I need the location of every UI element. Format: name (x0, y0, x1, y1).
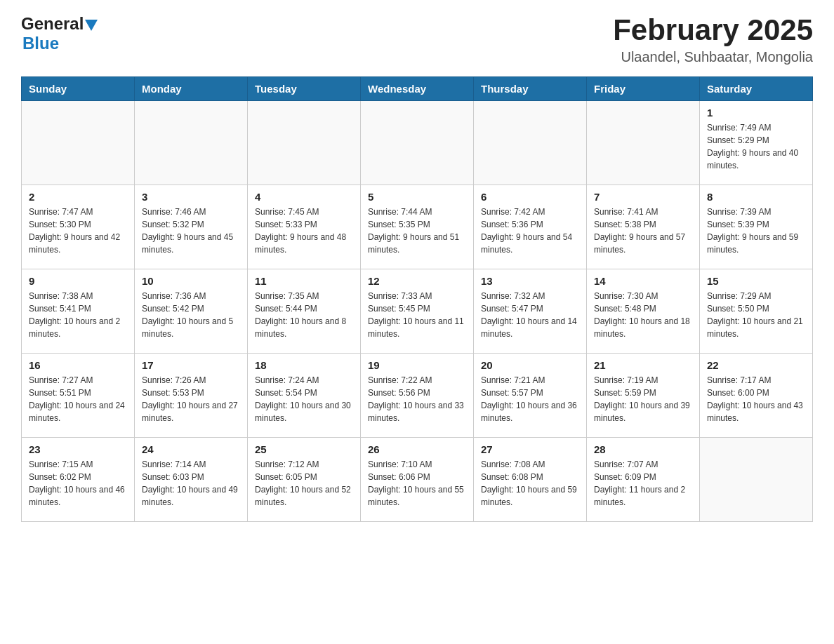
weekday-header-saturday: Saturday (700, 77, 813, 101)
day-number: 3 (142, 191, 240, 203)
day-info: Sunrise: 7:32 AM Sunset: 5:47 PM Dayligh… (481, 290, 579, 340)
day-info: Sunrise: 7:21 AM Sunset: 5:57 PM Dayligh… (481, 374, 579, 424)
title-block: February 2025 Ulaandel, Suhbaatar, Mongo… (613, 14, 813, 65)
day-info: Sunrise: 7:12 AM Sunset: 6:05 PM Dayligh… (255, 458, 353, 509)
calendar-cell: 22Sunrise: 7:17 AM Sunset: 6:00 PM Dayli… (700, 354, 813, 438)
calendar-cell: 1Sunrise: 7:49 AM Sunset: 5:29 PM Daylig… (700, 101, 813, 185)
day-number: 6 (481, 191, 579, 203)
calendar-cell: 2Sunrise: 7:47 AM Sunset: 5:30 PM Daylig… (22, 185, 135, 269)
day-info: Sunrise: 7:38 AM Sunset: 5:41 PM Dayligh… (29, 290, 127, 340)
day-info: Sunrise: 7:19 AM Sunset: 5:59 PM Dayligh… (594, 374, 692, 424)
day-info: Sunrise: 7:41 AM Sunset: 5:38 PM Dayligh… (594, 206, 692, 256)
calendar-cell (361, 101, 474, 185)
calendar-cell: 16Sunrise: 7:27 AM Sunset: 5:51 PM Dayli… (22, 354, 135, 438)
day-number: 7 (594, 191, 692, 203)
weekday-header-sunday: Sunday (22, 77, 135, 101)
day-info: Sunrise: 7:15 AM Sunset: 6:02 PM Dayligh… (29, 458, 127, 509)
day-number: 10 (142, 275, 240, 287)
calendar-week-4: 16Sunrise: 7:27 AM Sunset: 5:51 PM Dayli… (22, 354, 813, 438)
calendar-cell: 19Sunrise: 7:22 AM Sunset: 5:56 PM Dayli… (361, 354, 474, 438)
logo-general-text: General (21, 14, 84, 34)
calendar-cell: 6Sunrise: 7:42 AM Sunset: 5:36 PM Daylig… (474, 185, 587, 269)
page-subtitle: Ulaandel, Suhbaatar, Mongolia (613, 49, 813, 65)
day-number: 5 (368, 191, 466, 203)
day-info: Sunrise: 7:47 AM Sunset: 5:30 PM Dayligh… (29, 206, 127, 256)
calendar-cell: 28Sunrise: 7:07 AM Sunset: 6:09 PM Dayli… (587, 438, 700, 522)
day-number: 17 (142, 359, 240, 371)
day-info: Sunrise: 7:35 AM Sunset: 5:44 PM Dayligh… (255, 290, 353, 340)
day-info: Sunrise: 7:22 AM Sunset: 5:56 PM Dayligh… (368, 374, 466, 424)
day-number: 23 (29, 443, 127, 455)
day-number: 15 (707, 275, 805, 287)
logo: General Blue (21, 14, 98, 53)
day-number: 8 (707, 191, 805, 203)
calendar-cell (248, 101, 361, 185)
day-number: 1 (707, 107, 805, 119)
calendar-cell: 26Sunrise: 7:10 AM Sunset: 6:06 PM Dayli… (361, 438, 474, 522)
calendar-cell: 20Sunrise: 7:21 AM Sunset: 5:57 PM Dayli… (474, 354, 587, 438)
day-info: Sunrise: 7:14 AM Sunset: 6:03 PM Dayligh… (142, 458, 240, 509)
day-info: Sunrise: 7:30 AM Sunset: 5:48 PM Dayligh… (594, 290, 692, 340)
day-number: 13 (481, 275, 579, 287)
calendar-cell: 4Sunrise: 7:45 AM Sunset: 5:33 PM Daylig… (248, 185, 361, 269)
calendar-cell: 7Sunrise: 7:41 AM Sunset: 5:38 PM Daylig… (587, 185, 700, 269)
calendar-cell (22, 101, 135, 185)
calendar-cell: 9Sunrise: 7:38 AM Sunset: 5:41 PM Daylig… (22, 269, 135, 354)
calendar-cell: 13Sunrise: 7:32 AM Sunset: 5:47 PM Dayli… (474, 269, 587, 354)
day-number: 27 (481, 443, 579, 455)
day-info: Sunrise: 7:36 AM Sunset: 5:42 PM Dayligh… (142, 290, 240, 340)
day-number: 18 (255, 359, 353, 371)
day-number: 11 (255, 275, 353, 287)
calendar-cell: 3Sunrise: 7:46 AM Sunset: 5:32 PM Daylig… (135, 185, 248, 269)
weekday-header-friday: Friday (587, 77, 700, 101)
day-number: 20 (481, 359, 579, 371)
calendar-cell: 21Sunrise: 7:19 AM Sunset: 5:59 PM Dayli… (587, 354, 700, 438)
calendar-week-3: 9Sunrise: 7:38 AM Sunset: 5:41 PM Daylig… (22, 269, 813, 354)
day-info: Sunrise: 7:27 AM Sunset: 5:51 PM Dayligh… (29, 374, 127, 424)
page-header: General Blue February 2025 Ulaandel, Suh… (21, 14, 813, 65)
calendar-header: SundayMondayTuesdayWednesdayThursdayFrid… (22, 77, 813, 101)
weekday-header-thursday: Thursday (474, 77, 587, 101)
day-number: 24 (142, 443, 240, 455)
day-info: Sunrise: 7:46 AM Sunset: 5:32 PM Dayligh… (142, 206, 240, 256)
calendar-cell: 27Sunrise: 7:08 AM Sunset: 6:08 PM Dayli… (474, 438, 587, 522)
calendar-table: SundayMondayTuesdayWednesdayThursdayFrid… (21, 76, 813, 522)
day-number: 4 (255, 191, 353, 203)
day-number: 26 (368, 443, 466, 455)
calendar-cell (587, 101, 700, 185)
day-info: Sunrise: 7:07 AM Sunset: 6:09 PM Dayligh… (594, 458, 692, 509)
calendar-cell (135, 101, 248, 185)
calendar-week-1: 1Sunrise: 7:49 AM Sunset: 5:29 PM Daylig… (22, 101, 813, 185)
page-title: February 2025 (613, 14, 813, 46)
day-info: Sunrise: 7:08 AM Sunset: 6:08 PM Dayligh… (481, 458, 579, 509)
day-number: 25 (255, 443, 353, 455)
calendar-cell (474, 101, 587, 185)
calendar-cell: 23Sunrise: 7:15 AM Sunset: 6:02 PM Dayli… (22, 438, 135, 522)
day-info: Sunrise: 7:45 AM Sunset: 5:33 PM Dayligh… (255, 206, 353, 256)
day-number: 14 (594, 275, 692, 287)
logo-triangle (85, 20, 98, 31)
day-info: Sunrise: 7:17 AM Sunset: 6:00 PM Dayligh… (707, 374, 805, 424)
calendar-cell: 8Sunrise: 7:39 AM Sunset: 5:39 PM Daylig… (700, 185, 813, 269)
day-number: 9 (29, 275, 127, 287)
calendar-cell: 14Sunrise: 7:30 AM Sunset: 5:48 PM Dayli… (587, 269, 700, 354)
day-info: Sunrise: 7:29 AM Sunset: 5:50 PM Dayligh… (707, 290, 805, 340)
day-number: 12 (368, 275, 466, 287)
day-info: Sunrise: 7:39 AM Sunset: 5:39 PM Dayligh… (707, 206, 805, 256)
logo-blue-text: Blue (22, 34, 59, 53)
calendar-cell (700, 438, 813, 522)
weekday-header-tuesday: Tuesday (248, 77, 361, 101)
day-info: Sunrise: 7:44 AM Sunset: 5:35 PM Dayligh… (368, 206, 466, 256)
calendar-cell: 12Sunrise: 7:33 AM Sunset: 5:45 PM Dayli… (361, 269, 474, 354)
calendar-cell: 10Sunrise: 7:36 AM Sunset: 5:42 PM Dayli… (135, 269, 248, 354)
day-info: Sunrise: 7:24 AM Sunset: 5:54 PM Dayligh… (255, 374, 353, 424)
weekday-header-monday: Monday (135, 77, 248, 101)
day-info: Sunrise: 7:10 AM Sunset: 6:06 PM Dayligh… (368, 458, 466, 509)
day-number: 21 (594, 359, 692, 371)
weekday-header-row: SundayMondayTuesdayWednesdayThursdayFrid… (22, 77, 813, 101)
day-info: Sunrise: 7:26 AM Sunset: 5:53 PM Dayligh… (142, 374, 240, 424)
calendar-cell: 5Sunrise: 7:44 AM Sunset: 5:35 PM Daylig… (361, 185, 474, 269)
calendar-cell: 25Sunrise: 7:12 AM Sunset: 6:05 PM Dayli… (248, 438, 361, 522)
calendar-week-2: 2Sunrise: 7:47 AM Sunset: 5:30 PM Daylig… (22, 185, 813, 269)
calendar-cell: 17Sunrise: 7:26 AM Sunset: 5:53 PM Dayli… (135, 354, 248, 438)
